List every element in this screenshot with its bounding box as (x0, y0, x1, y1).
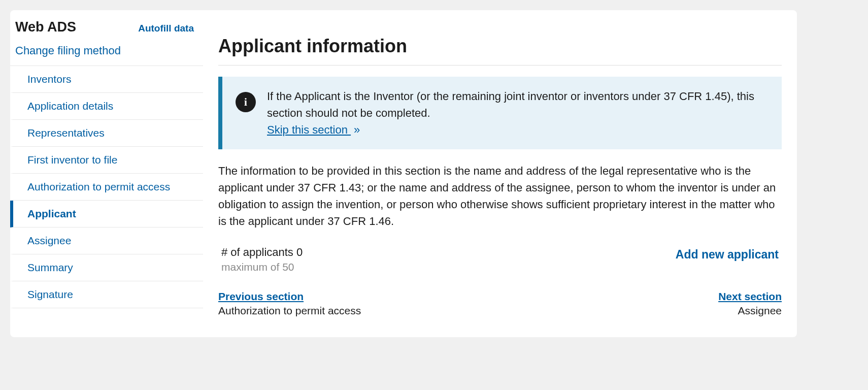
autofill-link[interactable]: Autofill data (138, 23, 194, 34)
sidebar-item-signature[interactable]: Signature (10, 281, 203, 308)
change-filing-link[interactable]: Change filing method (10, 44, 203, 66)
next-section-link[interactable]: Next section (718, 290, 782, 303)
info-icon: i (236, 92, 256, 112)
applicant-max: maximum of 50 (221, 261, 303, 273)
sidebar-item-assignee[interactable]: Assignee (10, 228, 203, 254)
sidebar-item-application-details[interactable]: Application details (10, 93, 203, 120)
add-applicant-link[interactable]: Add new applicant (676, 246, 779, 262)
info-banner: i If the Applicant is the Inventor (or t… (218, 77, 782, 149)
prev-section-name: Authorization to permit access (218, 305, 361, 317)
info-text-block: If the Applicant is the Inventor (or the… (267, 88, 769, 138)
sidebar-header: Web ADS Autofill data (10, 18, 203, 44)
sidebar-item-inventors[interactable]: Inventors (10, 66, 203, 93)
sidebar-item-first-inventor[interactable]: First inventor to file (10, 147, 203, 174)
main-content: Applicant information i If the Applicant… (203, 10, 797, 337)
prev-section-link[interactable]: Previous section (218, 290, 361, 303)
sidebar-item-authorization[interactable]: Authorization to permit access (10, 174, 203, 201)
next-section-block: Next section Assignee (718, 290, 782, 317)
applicant-count: # of applicants 0 (221, 246, 303, 259)
sidebar-item-applicant[interactable]: Applicant (10, 201, 203, 228)
skip-section-link[interactable]: Skip this section (267, 123, 351, 136)
sidebar-item-summary[interactable]: Summary (10, 254, 203, 281)
nav-list: Inventors Application details Representa… (10, 66, 203, 308)
sidebar-item-representatives[interactable]: Representatives (10, 120, 203, 147)
prev-section-block: Previous section Authorization to permit… (218, 290, 361, 317)
banner-text: If the Applicant is the Inventor (or the… (267, 90, 754, 119)
sidebar-title: Web ADS (15, 19, 76, 35)
main-card: Web ADS Autofill data Change filing meth… (10, 10, 797, 337)
counter-row: # of applicants 0 maximum of 50 Add new … (218, 246, 782, 273)
sidebar: Web ADS Autofill data Change filing meth… (10, 10, 203, 337)
section-nav-row: Previous section Authorization to permit… (218, 290, 782, 317)
section-description: The information to be provided in this s… (218, 162, 782, 230)
arrow-icon: » (354, 123, 360, 136)
next-section-name: Assignee (718, 305, 782, 317)
divider (218, 65, 782, 66)
page-title: Applicant information (218, 36, 782, 57)
counter-block: # of applicants 0 maximum of 50 (221, 246, 303, 273)
